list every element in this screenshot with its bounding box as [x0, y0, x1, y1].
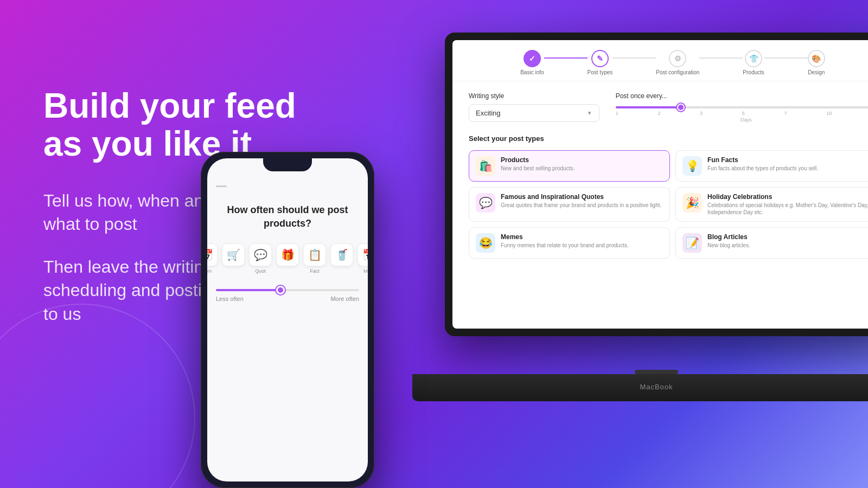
phone-icon-item-1[interactable]: 🛒: [222, 243, 245, 274]
phone-nav-dots: [216, 185, 359, 187]
phone-slider-labels: Less often More often: [216, 296, 359, 302]
phone-icon-item-0[interactable]: 📅 Morn: [207, 243, 218, 274]
writing-style-select[interactable]: Exciting ▼: [469, 104, 599, 122]
app-ui: ✓ Basic info ✎ Post types ⚙ Post configu…: [452, 40, 868, 329]
post-type-card-holiday-celebrations[interactable]: 🎉 Holiday Celebrations Celebrations of s…: [675, 187, 868, 222]
laptop-base: MacBook: [412, 374, 868, 401]
post-types-section-title: Select your post types: [469, 134, 868, 143]
writing-style-value: Exciting: [476, 109, 501, 117]
step-circle-products: 👕: [745, 50, 762, 67]
app-content: Writing style Exciting ▼ Post once every…: [452, 81, 868, 269]
post-type-card-blog-articles[interactable]: 📝 Blog Articles New blog articles.: [675, 227, 868, 259]
post-type-info-4: Memes Funny memes that relate to your br…: [501, 233, 629, 249]
post-type-card-fun-facts[interactable]: 💡 Fun Facts Fun facts about the types of…: [675, 150, 868, 182]
phone-icon-box-2: 💬: [249, 243, 272, 266]
app-left: Writing style Exciting ▼ Post once every…: [469, 92, 868, 259]
phone-icon-label-0: Morn: [207, 268, 212, 274]
laptop-brand: MacBook: [412, 374, 868, 391]
phone-icon-item-3[interactable]: 🎁: [276, 243, 299, 274]
phone-screen: How often should we post products? 📅 Mor…: [207, 158, 368, 481]
phone-outer: How often should we post products? 📅 Mor…: [201, 152, 374, 488]
post-types-grid: 🛍️ Products New and best selling product…: [469, 150, 868, 259]
frequency-slider-track[interactable]: [616, 106, 868, 108]
phone-icon-item-6[interactable]: 📅 Mem: [358, 243, 368, 274]
post-type-card-memes[interactable]: 😂 Memes Funny memes that relate to your …: [469, 227, 670, 259]
post-type-card-products[interactable]: 🛍️ Products New and best selling product…: [469, 150, 670, 182]
step-design[interactable]: 🎨 Design: [808, 50, 825, 75]
post-type-name-4: Memes: [501, 233, 629, 241]
post-type-icon-2: 💬: [476, 193, 495, 213]
post-type-desc-2: Great quotes that frame your brand and p…: [501, 202, 661, 209]
step-products[interactable]: 👕 Products: [743, 50, 764, 75]
phone-icon-box-0: 📅: [207, 243, 218, 266]
controls-row: Writing style Exciting ▼ Post once every…: [469, 92, 868, 123]
laptop-container: ✓ Basic info ✎ Post types ⚙ Post configu…: [412, 33, 868, 401]
step-circle-post-config: ⚙: [669, 50, 686, 67]
step-line-3: [699, 57, 743, 59]
frequency-unit-label: Days: [616, 117, 868, 123]
post-type-icon-0: 🛍️: [476, 156, 495, 176]
post-type-info-0: Products New and best selling products.: [501, 156, 575, 172]
post-type-desc-5: New blog articles.: [707, 242, 750, 249]
post-type-icon-4: 😂: [476, 233, 495, 253]
phone-icon-box-1: 🛒: [222, 243, 245, 266]
phone-notch: [263, 158, 312, 171]
phone-slider-track: [216, 289, 359, 291]
post-type-icon-3: 🎉: [682, 193, 702, 213]
chevron-down-icon: ▼: [587, 110, 592, 116]
phone-slider-right-label: More often: [330, 296, 359, 302]
post-type-name-5: Blog Articles: [707, 233, 750, 241]
post-type-info-3: Holiday Celebrations Celebrations of spe…: [707, 193, 868, 216]
step-post-types[interactable]: ✎ Post types: [588, 50, 613, 75]
phone-slider-thumb[interactable]: [276, 286, 285, 294]
post-type-name-1: Fun Facts: [707, 156, 818, 164]
step-line-2: [612, 57, 656, 59]
post-type-icon-1: 💡: [682, 156, 702, 176]
phone-icons-row: 📅 Morn 🛒 💬 Quot 🎁 📋 Fact 🥤 📅 Mem: [216, 243, 359, 274]
laptop-screen-inner: ✓ Basic info ✎ Post types ⚙ Post configu…: [452, 40, 868, 329]
post-type-info-5: Blog Articles New blog articles.: [707, 233, 750, 249]
phone-slider-fill: [216, 289, 280, 291]
phone-icon-item-2[interactable]: 💬 Quot: [249, 243, 272, 274]
phone-icon-item-4[interactable]: 📋 Fact: [303, 243, 326, 274]
frequency-label: Post once every...: [616, 92, 868, 100]
post-type-name-3: Holiday Celebrations: [707, 193, 868, 201]
laptop-hinge: [635, 370, 678, 374]
phone-icon-label-4: Fact: [310, 268, 320, 274]
writing-style-group: Writing style Exciting ▼: [469, 92, 599, 123]
step-circle-basic-info: ✓: [524, 50, 541, 67]
post-type-desc-3: Celebrations of special holidays e.g. Mo…: [707, 202, 868, 216]
step-line-4: [764, 57, 808, 59]
step-circle-design: 🎨: [808, 50, 825, 67]
post-type-info-2: Famous and Inspirational Quotes Great qu…: [501, 193, 661, 209]
phone-icon-label-6: Mem: [363, 268, 368, 274]
post-type-icon-5: 📝: [682, 233, 702, 253]
step-line-1: [544, 57, 588, 59]
post-type-card-famous-and-inspirational-quotes[interactable]: 💬 Famous and Inspirational Quotes Great …: [469, 187, 670, 222]
phone-container: How often should we post products? 📅 Mor…: [201, 152, 374, 477]
post-type-desc-1: Fun facts about the types of products yo…: [707, 165, 818, 172]
post-type-desc-0: New and best selling products.: [501, 165, 575, 172]
phone-icon-label-2: Quot: [255, 268, 266, 274]
phone-content: How often should we post products? 📅 Mor…: [207, 175, 368, 481]
frequency-slider-fill: [616, 106, 681, 108]
phone-icon-item-5[interactable]: 🥤: [330, 243, 353, 274]
phone-icon-box-5: 🥤: [330, 243, 353, 266]
step-basic-info[interactable]: ✓ Basic info: [520, 50, 544, 75]
post-type-info-1: Fun Facts Fun facts about the types of p…: [707, 156, 818, 172]
step-post-config[interactable]: ⚙ Post configuration: [656, 50, 699, 75]
post-type-name-2: Famous and Inspirational Quotes: [501, 193, 661, 201]
stepper: ✓ Basic info ✎ Post types ⚙ Post configu…: [452, 40, 868, 81]
phone-frequency-slider[interactable]: Less often More often: [216, 289, 359, 302]
laptop-screen-outer: ✓ Basic info ✎ Post types ⚙ Post configu…: [445, 33, 868, 336]
nav-line: [216, 185, 227, 187]
phone-slider-left-label: Less often: [216, 296, 244, 302]
frequency-group: Post once every... 1 2 3 5: [616, 92, 868, 123]
phone-icon-box-4: 📋: [303, 243, 326, 266]
writing-style-label: Writing style: [469, 92, 599, 100]
frequency-slider-thumb[interactable]: [677, 104, 685, 111]
phone-question: How often should we post products?: [216, 203, 359, 230]
frequency-slider-ticks: 1 2 3 5 7 10 14: [616, 111, 868, 116]
post-type-name-0: Products: [501, 156, 575, 164]
phone-icon-box-6: 📅: [358, 243, 368, 266]
